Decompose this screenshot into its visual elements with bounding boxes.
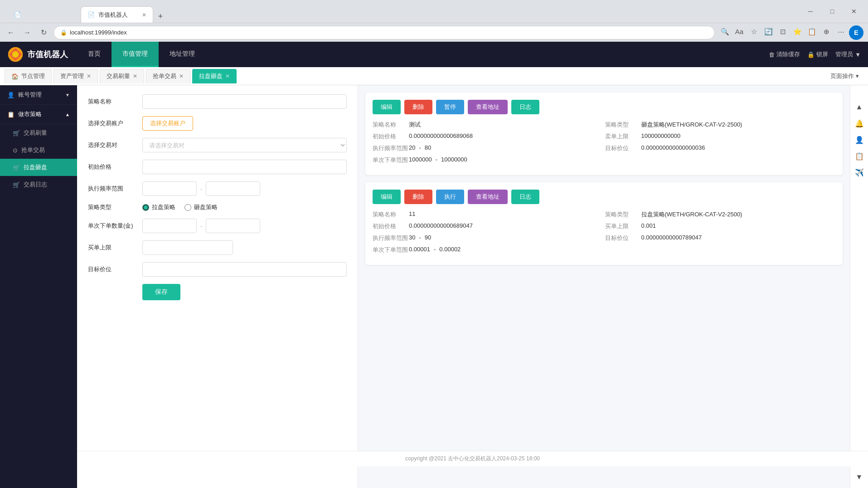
card-1-init-price-label: 初始价格 [373, 132, 409, 141]
browser-tab-inactive[interactable]: 📄 [7, 6, 80, 23]
page-tab-snap-order[interactable]: 抢单交易 ✕ [146, 69, 190, 83]
card-1-target-price-row: 目标价位 0.000000000000000036 [605, 144, 836, 152]
tab-close-pump-dump[interactable]: ✕ [225, 73, 230, 79]
nav-address[interactable]: 地址管理 [159, 42, 206, 67]
clipboard-sidebar-icon[interactable]: 📋 [852, 149, 867, 163]
strategy-name-input[interactable] [142, 94, 347, 109]
search-action-btn[interactable]: 🔍 [718, 25, 731, 38]
card-2-logs-btn[interactable]: 日志 [511, 190, 539, 204]
bookmark-btn[interactable]: ☆ [747, 25, 760, 38]
reload-button[interactable]: ↻ [37, 26, 50, 39]
footer-copyright: copyright @2021 去中心化交易机器人2024-03-25 18:0… [405, 455, 540, 462]
radio-dump-label[interactable]: 砸盘策略 [184, 203, 218, 211]
sidebar-item-trade-log[interactable]: 🛒 交易日志 [0, 176, 77, 193]
sidebar-item-snap-order[interactable]: ⊙ 抢单交易 [0, 142, 77, 159]
sidebar-group-account[interactable]: 👤 账号管理 ▼ [0, 85, 77, 105]
card-1-pause-btn[interactable]: 暂停 [436, 100, 464, 114]
select-account-button[interactable]: 选择交易账户 [142, 116, 193, 131]
browser-chrome: 📄 📄 市值机器人 ✕ + ─ □ ✕ [0, 0, 868, 23]
card-1-edit-btn[interactable]: 编辑 [373, 100, 401, 114]
sidebar-group-strategy[interactable]: 📋 做市策略 ▲ [0, 105, 77, 124]
scroll-up-icon[interactable]: ▲ [852, 100, 867, 114]
card-1-order-range-max: 10000000 [441, 156, 467, 163]
card-1-strategy-type-value: 砸盘策略(WETH/GROK-CAT-V2-2500) [641, 121, 742, 129]
address-field[interactable]: 🔒 localhost:19999/index [53, 26, 715, 39]
account-icon: 👤 [7, 92, 15, 98]
card-1-view-addr-btn[interactable]: 查看地址 [468, 100, 508, 114]
order-amount-min-input[interactable] [142, 219, 197, 233]
card-2-order-range-min: 0.00001 [409, 246, 430, 253]
scroll-down-icon[interactable]: ▼ [852, 470, 867, 484]
forward-button[interactable]: → [21, 26, 34, 39]
freq-range-max-input[interactable] [206, 181, 260, 196]
lock-icon: 🔒 [60, 29, 67, 36]
card-1-sell-limit-label: 卖单上限 [605, 132, 641, 141]
card-1-freq-min: 20 [409, 144, 415, 151]
strategy-card-1: 编辑 删除 暂停 查看地址 日志 策略名称 测试 [365, 93, 843, 175]
sidebar-item-pump-dump[interactable]: 🛒 拉盘砸盘 [0, 159, 77, 176]
maximize-button[interactable]: □ [822, 4, 843, 19]
page-ops-btn[interactable]: 页面操作 ▾ [826, 70, 863, 82]
page-tab-assets[interactable]: 资产管理 ✕ [53, 69, 98, 83]
card-2-freq-row: 执行频率范围 30 - 90 [373, 234, 603, 242]
user-sidebar-icon[interactable]: 👤 [852, 132, 867, 147]
clear-cache-btn[interactable]: 🗑 清除缓存 [769, 50, 800, 59]
card-2-execute-btn[interactable]: 执行 [436, 190, 464, 204]
card-2-view-addr-btn[interactable]: 查看地址 [468, 190, 508, 204]
card-1-delete-btn[interactable]: 删除 [404, 100, 432, 114]
nav-market[interactable]: 市值管理 [112, 42, 159, 67]
extensions-btn[interactable]: 🔄 [762, 25, 775, 38]
card-2-buy-limit-label: 买单上限 [605, 222, 641, 230]
page-tab-trade-volume[interactable]: 交易刷量 ✕ [100, 69, 144, 83]
card-2-order-range-row: 单次下单范围 0.00001 - 0.00002 [373, 246, 603, 254]
save-button[interactable]: 保存 [142, 284, 180, 300]
chevron-up-icon: ▲ [65, 112, 70, 117]
trade-log-icon: 🛒 [13, 181, 20, 188]
order-amount-max-input[interactable] [206, 219, 260, 233]
edge-icon-btn[interactable]: ⊕ [820, 25, 833, 38]
radio-pull-label[interactable]: 拉盘策略 [142, 203, 175, 211]
new-tab-button[interactable]: + [154, 10, 167, 23]
nav-home[interactable]: 首页 [77, 42, 112, 67]
read-mode-btn[interactable]: Aa [733, 25, 746, 38]
card-1-freq-row: 执行频率范围 20 - 80 [373, 144, 603, 152]
tab-close-trade-volume[interactable]: ✕ [133, 73, 137, 79]
favorites-btn[interactable]: ⭐ [791, 25, 804, 38]
tab-close-snap-order[interactable]: ✕ [179, 73, 184, 79]
more-btn[interactable]: ⋯ [834, 25, 847, 38]
browser-tab-close[interactable]: ✕ [142, 12, 146, 18]
top-nav-menu: 首页 市值管理 地址管理 [77, 42, 206, 67]
card-2-freq-max: 90 [425, 234, 431, 241]
page-tab-nodes[interactable]: 🏠 节点管理 [5, 69, 52, 83]
lock-screen-btn[interactable]: 🔒 锁屏 [807, 50, 828, 59]
radio-dump-input[interactable] [184, 204, 191, 211]
card-2-edit-btn[interactable]: 编辑 [373, 190, 401, 204]
notification-icon[interactable]: 🔔 [852, 116, 867, 131]
card-1-freq-label: 执行频率范围 [373, 144, 409, 152]
close-button[interactable]: ✕ [844, 4, 864, 19]
card-1-logs-btn[interactable]: 日志 [511, 100, 539, 114]
tab-close-assets[interactable]: ✕ [87, 73, 91, 79]
admin-btn[interactable]: 管理员 ▼ [835, 50, 861, 59]
edge-profile-btn[interactable]: E [849, 25, 863, 40]
init-price-input[interactable] [142, 160, 347, 174]
browser-tab-active[interactable]: 📄 市值机器人 ✕ [81, 6, 153, 23]
telegram-icon[interactable]: ✈️ [852, 165, 867, 180]
collections-btn[interactable]: 📋 [805, 25, 818, 38]
target-price-input[interactable] [142, 262, 347, 277]
radio-pull-input[interactable] [142, 204, 149, 211]
card-2-delete-btn[interactable]: 删除 [404, 190, 432, 204]
sidebar-item-trade-volume[interactable]: 🛒 交易刷量 [0, 124, 77, 142]
split-btn[interactable]: ⊡ [776, 25, 789, 38]
page-tab-pump-dump[interactable]: 拉盘砸盘 ✕ [192, 69, 237, 83]
freq-range-min-input[interactable] [142, 181, 197, 196]
order-amount-range-group: - [142, 219, 347, 233]
select-pair-select[interactable]: 请选择交易对 [142, 138, 347, 152]
home-icon: 🏠 [11, 73, 19, 80]
content-area: 策略名称 选择交易账户 选择交易账户 选择交易对 [77, 85, 868, 488]
freq-range-control: - [142, 181, 347, 196]
back-button[interactable]: ← [5, 26, 17, 39]
strategy-type-radio-group: 拉盘策略 砸盘策略 [142, 203, 347, 211]
buy-limit-input[interactable] [142, 240, 233, 255]
minimize-button[interactable]: ─ [800, 4, 821, 19]
